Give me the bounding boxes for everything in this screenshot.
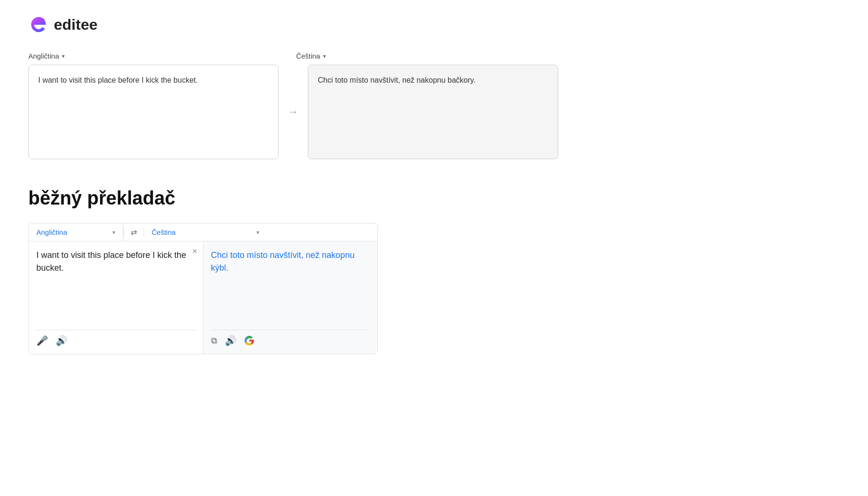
header: editee (28, 14, 840, 35)
gt-source-icon-row: 🎤 🔊 (36, 330, 196, 346)
gt-source-lang-selector[interactable]: Angličtina ▾ (29, 223, 123, 241)
google-translate-section: Angličtina ▾ ⇄ Čeština ▾ I want to visit… (28, 223, 378, 354)
gt-source-panel: I want to visit this place before I kick… (29, 241, 204, 354)
gt-target-text: Chci toto místo navštívit, než nakopnu k… (211, 249, 370, 325)
clear-icon: × (192, 247, 197, 256)
gt-source-lang-label: Angličtina (36, 228, 67, 236)
gt-source-text[interactable]: I want to visit this place before I kick… (36, 249, 196, 325)
speaker-source-icon[interactable]: 🔊 (56, 335, 68, 346)
editee-target-lang-label: Čeština (296, 52, 320, 60)
gt-lang-row: Angličtina ▾ ⇄ Čeština ▾ (28, 223, 378, 241)
editee-source-lang-selector[interactable]: Angličtina ▾ (28, 52, 65, 60)
editee-translation-boxes: I want to visit this place before I kick… (28, 65, 840, 159)
gt-input-area: I want to visit this place before I kick… (28, 241, 378, 354)
gt-target-icon-row: ⧉ 🔊 (211, 330, 370, 346)
speaker-target-icon[interactable]: 🔊 (225, 335, 237, 346)
section-heading: běžný překladač (28, 188, 840, 209)
gt-clear-button[interactable]: × (192, 247, 197, 256)
editee-source-textbox[interactable]: I want to visit this place before I kick… (28, 65, 279, 159)
google-g-icon (244, 335, 255, 346)
chevron-down-icon-4: ▾ (256, 229, 259, 236)
editee-lang-row: Angličtina ▾ Čeština ▾ (28, 52, 840, 60)
copy-icon[interactable]: ⧉ (211, 336, 217, 346)
google-logo-button[interactable] (244, 335, 255, 346)
editee-source-lang-label: Angličtina (28, 52, 59, 60)
gt-target-lang-selector[interactable]: Čeština ▾ (144, 223, 267, 241)
chevron-down-icon-2: ▾ (323, 53, 326, 60)
editee-translator-section: Angličtina ▾ Čeština ▾ I want to visit t… (28, 52, 840, 159)
chevron-down-icon-3: ▾ (112, 229, 115, 236)
editee-logo-icon (28, 14, 49, 35)
editee-target-text: Chci toto místo navštívit, než nakopnu b… (318, 76, 476, 84)
translation-arrow-icon: → (288, 106, 298, 118)
logo-text: editee (54, 16, 97, 34)
editee-target-textbox: Chci toto místo navštívit, než nakopnu b… (308, 65, 558, 159)
editee-target-lang-selector[interactable]: Čeština ▾ (296, 52, 326, 60)
microphone-icon[interactable]: 🎤 (36, 335, 48, 346)
gt-target-panel: Chci toto místo navštívit, než nakopnu k… (204, 241, 378, 354)
swap-icon: ⇄ (131, 228, 137, 237)
editee-source-text: I want to visit this place before I kick… (38, 76, 198, 84)
gt-swap-button[interactable]: ⇄ (123, 228, 144, 237)
gt-target-lang-label: Čeština (152, 228, 176, 236)
chevron-down-icon: ▾ (62, 53, 65, 60)
